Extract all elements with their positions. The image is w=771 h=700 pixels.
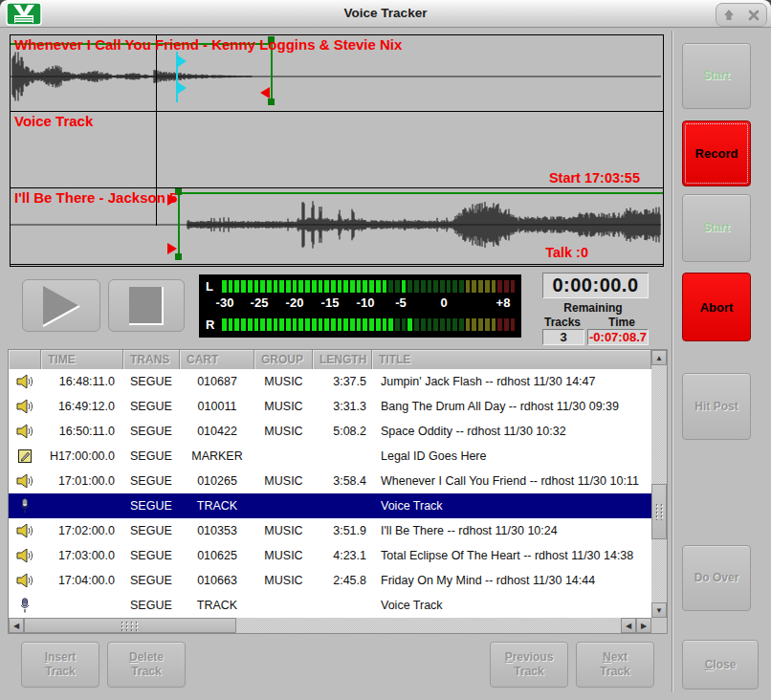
- cell: H17:00:00.0: [41, 449, 123, 463]
- cell: Legal ID Goes Here: [372, 449, 651, 463]
- speaker-icon: [9, 374, 41, 389]
- cell: 010011: [180, 400, 254, 413]
- meter-right-bar: [222, 318, 515, 331]
- next-track-button[interactable]: NextTrack: [576, 642, 654, 688]
- meter-scale-tick: -20: [286, 295, 304, 310]
- track-title: I'll Be There - Jackson 5: [14, 189, 177, 206]
- start-handle-bottom[interactable]: [175, 253, 182, 260]
- play-icon: [39, 284, 83, 328]
- column-header-cart: CART: [180, 350, 254, 369]
- speaker-icon: [9, 548, 41, 563]
- log-row[interactable]: 17:04:00.0SEGUE010663MUSIC2:45.8Friday O…: [9, 568, 651, 593]
- cell: Space Oddity -- rdhost 11/30 10:32: [372, 425, 651, 438]
- meter-scale-tick: -5: [395, 295, 407, 310]
- column-header-title: TITLE: [372, 350, 651, 369]
- titlebar[interactable]: Voice Tracker: [0, 0, 771, 28]
- cell: SEGUE: [123, 375, 180, 388]
- record-button[interactable]: Record: [682, 120, 751, 186]
- time-remaining-value: -0:07:08.7: [587, 329, 649, 345]
- start-track1-button[interactable]: Start: [682, 43, 751, 109]
- play-button[interactable]: [22, 279, 100, 332]
- abort-button[interactable]: Abort: [682, 273, 751, 341]
- cell: MUSIC: [254, 425, 313, 438]
- segue-end-handle-bottom[interactable]: [268, 98, 275, 105]
- cell: 17:01:00.0: [41, 474, 123, 488]
- cell: SEGUE: [123, 549, 180, 562]
- cell: 010625: [180, 549, 254, 562]
- remaining-label: Remaining: [534, 301, 652, 315]
- cell: MUSIC: [254, 549, 313, 562]
- cell: Voice Track: [372, 499, 651, 513]
- log-row[interactable]: 17:02:00.0SEGUE010353MUSIC3:51.9I'll Be …: [9, 518, 651, 543]
- meter-scale-tick: -25: [251, 295, 269, 310]
- cell: 5:08.2: [313, 425, 372, 438]
- cell: MUSIC: [254, 574, 313, 587]
- thumb-grip: [654, 503, 664, 520]
- start-marker-line[interactable]: [178, 190, 180, 259]
- cell: SEGUE: [123, 499, 180, 513]
- scroll-left-button[interactable]: ◀: [9, 618, 24, 633]
- horizontal-scrollbar: ◀ ◀ ▶: [9, 618, 651, 633]
- log-row-selected[interactable]: SEGUETRACKVoice Track: [9, 493, 651, 518]
- fade-marker-icon[interactable]: [260, 87, 270, 98]
- vertical-scrollbar: ▲ ▼: [651, 350, 667, 618]
- log-row[interactable]: 17:01:00.0SEGUE010265MUSIC3:58.4Whenever…: [9, 469, 651, 493]
- meter-right-label: R: [206, 318, 219, 331]
- vertical-scroll-thumb[interactable]: [651, 484, 667, 539]
- stop-button[interactable]: [108, 279, 185, 332]
- shade-icon[interactable]: [719, 7, 738, 24]
- mic-icon: [9, 498, 41, 514]
- speaker-icon: [9, 399, 41, 414]
- delete-track-button[interactable]: DeleteTrack: [107, 642, 186, 688]
- meter-left-bar: [222, 280, 515, 293]
- cell: SEGUE: [123, 599, 180, 612]
- cell: 010265: [180, 474, 254, 488]
- cell: Total Eclipse Of The Heart -- rdhost 11/…: [372, 549, 651, 562]
- marker-icon: [9, 448, 41, 464]
- log-row[interactable]: 16:48:11.0SEGUE010687MUSIC3:37.5Jumpin' …: [9, 369, 651, 394]
- play-start-bottom-icon[interactable]: [167, 243, 177, 254]
- log-row[interactable]: SEGUETRACKVoice Track: [9, 593, 651, 618]
- scroll-left-button-2[interactable]: ◀: [621, 618, 636, 633]
- cell: 2:45.8: [313, 574, 372, 587]
- talk-time-annotation: Talk :0: [545, 245, 588, 260]
- cell: I'll Be There -- rdhost 11/30 10:24: [372, 524, 651, 537]
- meter-scale-tick: -10: [357, 295, 375, 310]
- cell: SEGUE: [123, 474, 180, 488]
- horizontal-scroll-thumb[interactable]: [24, 618, 236, 633]
- log-row[interactable]: 16:49:12.0SEGUE010011MUSIC3:31.3Bang The…: [9, 394, 651, 419]
- cell: 010422: [180, 425, 254, 438]
- previous-track-button[interactable]: PreviousTrack: [490, 642, 568, 688]
- track-lane-previous-cart[interactable]: Whenever I Call You Friend - Kenny Loggi…: [11, 35, 663, 112]
- cell: 16:48:11.0: [41, 375, 123, 388]
- meter-scale-tick: -30: [216, 295, 234, 310]
- cell: 16:49:12.0: [41, 400, 123, 413]
- meter-scale-tick: 0: [440, 295, 447, 310]
- log-row[interactable]: 16:50:11.0SEGUE010422MUSIC5:08.2Space Od…: [9, 419, 651, 444]
- talk-marker-top-icon[interactable]: [178, 55, 187, 67]
- cell: 17:02:00.0: [41, 524, 123, 537]
- track-lane-next-cart[interactable]: I'll Be There - Jackson 5 Talk :0: [11, 188, 663, 265]
- scroll-down-button[interactable]: ▼: [651, 602, 667, 618]
- log-row[interactable]: H17:00:00.0SEGUEMARKERLegal ID Goes Here: [9, 444, 651, 469]
- log-row[interactable]: 17:03:00.0SEGUE010625MUSIC4:23.1Total Ec…: [9, 543, 651, 568]
- cell: 16:50:11.0: [41, 425, 123, 438]
- close-icon[interactable]: [744, 7, 763, 24]
- start-time-annotation: Start 17:03:55: [549, 170, 640, 186]
- scroll-right-button[interactable]: ▶: [636, 618, 651, 633]
- focus-ring: [685, 123, 748, 184]
- hit-post-button[interactable]: Hit Post: [682, 373, 751, 440]
- log-header-row: TIMETRANSCARTGROUPLENGTHTITLE: [9, 350, 651, 369]
- talk-marker-bottom-icon[interactable]: [178, 82, 187, 94]
- column-header-icon: [9, 350, 41, 369]
- scroll-up-button[interactable]: ▲: [651, 350, 667, 365]
- audio-level-meter: L -30-25-20-15-10-50+8 R: [199, 274, 521, 338]
- track-lane-voice-track[interactable]: Voice Track Start 17:03:55: [11, 112, 663, 188]
- start-track2-button[interactable]: Start: [682, 194, 751, 262]
- titlebar-buttons: [716, 3, 767, 27]
- panel-separator: [672, 31, 672, 692]
- close-button[interactable]: Close: [682, 640, 759, 689]
- insert-track-button[interactable]: InsertTrack: [21, 642, 99, 688]
- do-over-button[interactable]: Do Over: [682, 545, 751, 611]
- thumb-grip: [120, 621, 141, 631]
